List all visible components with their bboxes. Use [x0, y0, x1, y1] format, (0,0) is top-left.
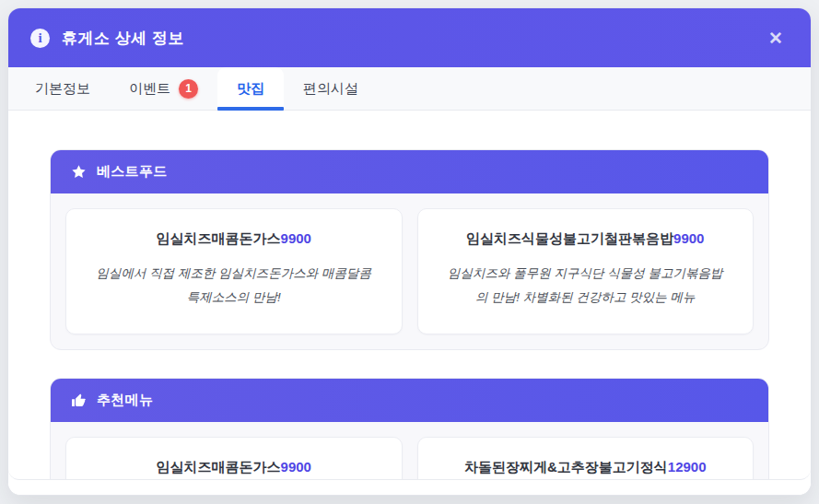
- tab-label: 맛집: [237, 80, 264, 98]
- section-title: 추천메뉴: [97, 392, 153, 409]
- active-tab-indicator: [217, 107, 284, 111]
- tab-events[interactable]: 이벤트 1: [110, 67, 217, 110]
- best-food-section: 베스트푸드 임실치즈매콤돈가스9900 임실에서 직접 제조한 임실치즈돈가스와…: [50, 149, 769, 350]
- event-count-badge: 1: [179, 79, 198, 99]
- tab-label: 편의시설: [303, 80, 358, 98]
- modal-footer: [8, 480, 811, 495]
- menu-name: 임실치즈식물성불고기철판볶음밥: [466, 230, 673, 246]
- recommended-menu-section: 추천메뉴 임실치즈매콤돈가스9900 임실에서 직접 제조한 임실치즈돈가스와 …: [50, 378, 769, 480]
- section-body: 임실치즈매콤돈가스9900 임실에서 직접 제조한 임실치즈돈가스와 매콤달콤 …: [51, 193, 768, 349]
- menu-name: 차돌된장찌게&고추장불고기정식: [464, 459, 668, 475]
- menu-name: 임실치즈매콤돈가스: [157, 459, 281, 475]
- tab-bar: 기본정보 이벤트 1 맛집 편의시설: [8, 67, 811, 111]
- tab-content-area[interactable]: 베스트푸드 임실치즈매콤돈가스9900 임실에서 직접 제조한 임실치즈돈가스와…: [8, 111, 811, 480]
- modal-header: i 휴게소 상세 정보 ✕: [8, 8, 811, 67]
- section-header: 베스트푸드: [51, 150, 768, 193]
- close-icon[interactable]: ✕: [763, 26, 789, 51]
- menu-card: 차돌된장찌게&고추장불고기정식12900 대한민국 대표하는 고추장불고기와 차…: [417, 437, 755, 480]
- menu-card: 임실치즈식물성불고기철판볶음밥9900 임실치즈와 풀무원 지구식단 식물성 불…: [417, 208, 755, 334]
- menu-price: 12900: [668, 459, 707, 475]
- menu-price: 9900: [281, 459, 311, 475]
- tab-basic-info[interactable]: 기본정보: [16, 67, 110, 110]
- menu-card: 임실치즈매콤돈가스9900 임실에서 직접 제조한 임실치즈돈가스와 매콤달콤 …: [65, 208, 403, 334]
- star-icon: [71, 164, 87, 180]
- thumbs-up-icon: [71, 393, 87, 408]
- menu-name: 임실치즈매콤돈가스: [157, 230, 281, 246]
- tab-facilities[interactable]: 편의시설: [284, 67, 378, 110]
- rest-area-detail-modal: i 휴게소 상세 정보 ✕ 기본정보 이벤트 1 맛집 편의시설 베스트푸드: [7, 7, 812, 496]
- tab-label: 이벤트: [129, 80, 170, 98]
- tab-label: 기본정보: [35, 80, 90, 98]
- menu-card: 임실치즈매콤돈가스9900 임실에서 직접 제조한 임실치즈돈가스와 매콤달콤 …: [65, 437, 403, 480]
- section-title: 베스트푸드: [97, 163, 168, 181]
- section-body: 임실치즈매콤돈가스9900 임실에서 직접 제조한 임실치즈돈가스와 매콤달콤 …: [51, 422, 768, 480]
- menu-description: 임실치즈와 풀무원 지구식단 식물성 불고기볶음밥 의 만남! 차별화된 건강하…: [442, 262, 730, 310]
- section-header: 추천메뉴: [51, 379, 768, 422]
- menu-price: 9900: [281, 230, 311, 246]
- tab-restaurants[interactable]: 맛집: [217, 67, 284, 110]
- modal-title: 휴게소 상세 정보: [62, 28, 184, 49]
- menu-description: 임실에서 직접 제조한 임실치즈돈가스와 매콤달콤 특제소스의 만남!: [90, 262, 378, 310]
- menu-price: 9900: [673, 230, 704, 246]
- info-icon: i: [30, 29, 50, 48]
